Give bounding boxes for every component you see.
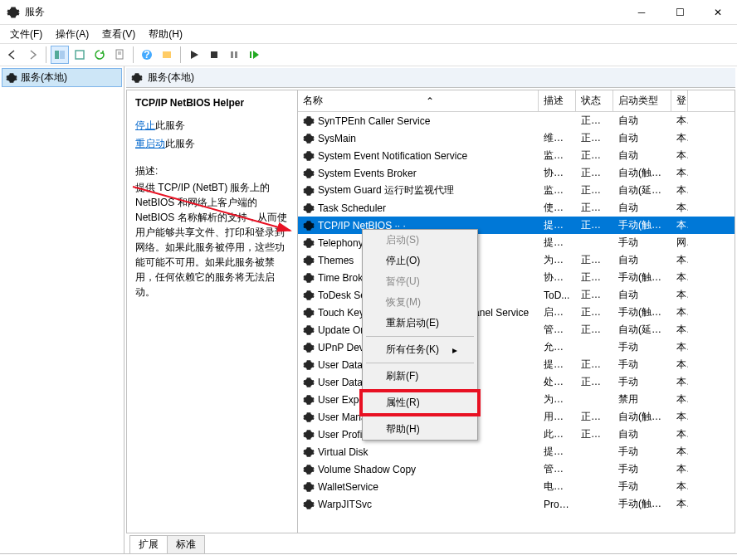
service-icon <box>303 272 315 284</box>
ctx-all-tasks[interactable]: 所有任务(K)▸ <box>363 339 477 360</box>
service-logon: 本 <box>671 462 688 476</box>
ctx-separator <box>366 389 474 390</box>
svg-text:?: ? <box>144 49 149 61</box>
column-name[interactable]: 名称⌃ <box>298 90 539 111</box>
service-status: 正在... <box>576 323 613 337</box>
help-button[interactable]: ? <box>138 46 156 64</box>
service-status: 正在... <box>576 288 613 302</box>
service-icon <box>303 464 315 475</box>
service-row[interactable]: WarpJITSvcProv...手动(触发...本 <box>298 495 735 513</box>
column-logon[interactable]: 登 <box>671 90 688 111</box>
column-startup-type[interactable]: 启动类型 <box>613 90 671 111</box>
service-startup: 自动 <box>613 288 671 302</box>
service-icon <box>303 446 315 458</box>
service-row[interactable]: Virtual Disk提供...手动本 <box>298 443 735 460</box>
service-name: System Guard 运行时监视代理 <box>318 183 454 197</box>
refresh-button[interactable] <box>90 46 109 64</box>
service-status: 正在... <box>576 305 613 319</box>
service-status: 正在... <box>576 218 613 232</box>
service-icon <box>303 220 315 231</box>
ctx-resume: 恢复(M) <box>363 292 477 313</box>
pause-service-button[interactable] <box>225 46 243 64</box>
export-button[interactable] <box>71 46 89 64</box>
menu-view[interactable]: 查看(V) <box>95 26 142 43</box>
service-desc: 使用... <box>539 201 576 215</box>
service-logon: 本 <box>671 218 688 232</box>
service-row[interactable]: Task Scheduler使用...正在...自动本 <box>298 199 735 217</box>
tab-extended[interactable]: 扩展 <box>129 535 168 553</box>
service-row[interactable]: WalletService电子...手动本 <box>298 478 735 495</box>
properties-button[interactable] <box>110 46 129 64</box>
toolbar-button[interactable] <box>158 46 176 64</box>
service-startup: 自动 <box>613 427 671 441</box>
service-logon: 本 <box>671 375 688 389</box>
service-startup: 自动(延迟... <box>613 183 671 197</box>
description-text: 提供 TCP/IP (NetBT) 服务上的 NetBIOS 和网络上客户端的 … <box>135 180 289 299</box>
toolbar: ? <box>0 43 737 66</box>
service-row[interactable]: System Event Notification Service监视...正在… <box>298 147 735 164</box>
service-status: 正在... <box>576 253 613 267</box>
ctx-stop[interactable]: 停止(O) <box>363 251 477 271</box>
service-logon: 本 <box>671 114 688 128</box>
menu-action[interactable]: 操作(A) <box>49 26 95 43</box>
back-button[interactable] <box>3 46 22 64</box>
tree-pane: 服务(本地) <box>0 66 124 553</box>
toolbar-separator <box>46 46 46 63</box>
service-status: 正在... <box>576 166 613 180</box>
service-startup: 手动(触发... <box>613 305 671 319</box>
minimize-button[interactable]: ─ <box>622 0 661 25</box>
service-startup: 手动 <box>613 462 671 476</box>
service-desc: Prov... <box>539 499 576 510</box>
service-name: SysMain <box>318 133 356 144</box>
show-hide-tree-button[interactable] <box>51 46 69 64</box>
service-icon <box>303 481 315 493</box>
service-logon: 本 <box>671 166 688 180</box>
ctx-restart[interactable]: 重新启动(E) <box>363 313 477 334</box>
service-row[interactable]: Volume Shadow Copy管理...手动本 <box>298 460 735 478</box>
stop-service-button[interactable] <box>205 46 223 64</box>
ctx-separator <box>366 363 474 363</box>
service-name: SynTPEnh Caller Service <box>318 115 430 127</box>
service-icon <box>303 133 315 144</box>
service-icon <box>303 359 315 371</box>
service-desc: 协调... <box>539 166 576 180</box>
description-label: 描述: <box>135 164 289 178</box>
service-row[interactable]: System Events Broker协调...正在...自动(触发...本 <box>298 164 735 182</box>
ctx-refresh[interactable]: 刷新(F) <box>363 366 477 387</box>
service-logon: 本 <box>671 149 688 163</box>
menu-file[interactable]: 文件(F) <box>3 26 49 43</box>
forward-button[interactable] <box>23 46 41 64</box>
service-row[interactable]: System Guard 运行时监视代理监视...正在...自动(延迟...本 <box>298 182 735 199</box>
restart-link[interactable]: 重启动 <box>135 138 165 149</box>
service-name: Task Scheduler <box>318 202 386 214</box>
tree-node-services-local[interactable]: 服务(本地) <box>2 68 122 87</box>
window-title: 服务 <box>25 5 622 19</box>
tab-standard[interactable]: 标准 <box>167 535 205 553</box>
service-row[interactable]: SynTPEnh Caller Service正在...自动本 <box>298 112 735 129</box>
service-startup: 自动 <box>613 114 671 128</box>
service-desc: 提供... <box>539 236 576 250</box>
maximize-button[interactable]: ☐ <box>661 0 699 25</box>
service-icon <box>303 342 315 353</box>
ctx-separator <box>366 336 474 337</box>
service-startup: 自动 <box>613 131 671 145</box>
service-startup: 手动(触发... <box>613 270 671 285</box>
stop-link[interactable]: 停止 <box>135 119 155 131</box>
service-desc: 此服... <box>539 427 576 441</box>
ctx-help[interactable]: 帮助(H) <box>363 419 477 440</box>
service-logon: 本 <box>671 358 688 372</box>
service-icon <box>303 150 315 162</box>
menu-help[interactable]: 帮助(H) <box>142 26 189 43</box>
service-logon: 本 <box>671 392 688 407</box>
restart-service-button[interactable] <box>245 46 263 64</box>
start-service-button[interactable] <box>185 46 203 64</box>
service-row[interactable]: SysMain维护...正在...自动本 <box>298 129 735 147</box>
close-button[interactable]: ✕ <box>699 0 737 25</box>
sort-indicator-icon: ⌃ <box>426 95 434 107</box>
toolbar-separator <box>133 46 134 63</box>
column-status[interactable]: 状态 <box>576 90 613 111</box>
column-description[interactable]: 描述 <box>539 90 576 111</box>
list-header: 名称⌃ 描述 状态 启动类型 登 <box>298 90 735 112</box>
service-status: 正在... <box>576 149 613 163</box>
ctx-properties[interactable]: 属性(R) <box>363 392 477 413</box>
